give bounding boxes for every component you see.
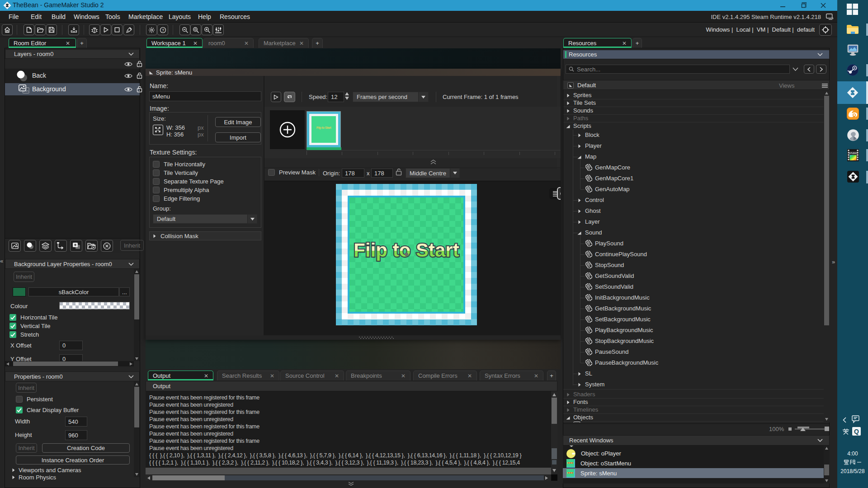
svg-text:?: ?: [161, 28, 164, 32]
svg-text:STUDIO: STUDIO: [849, 152, 857, 155]
